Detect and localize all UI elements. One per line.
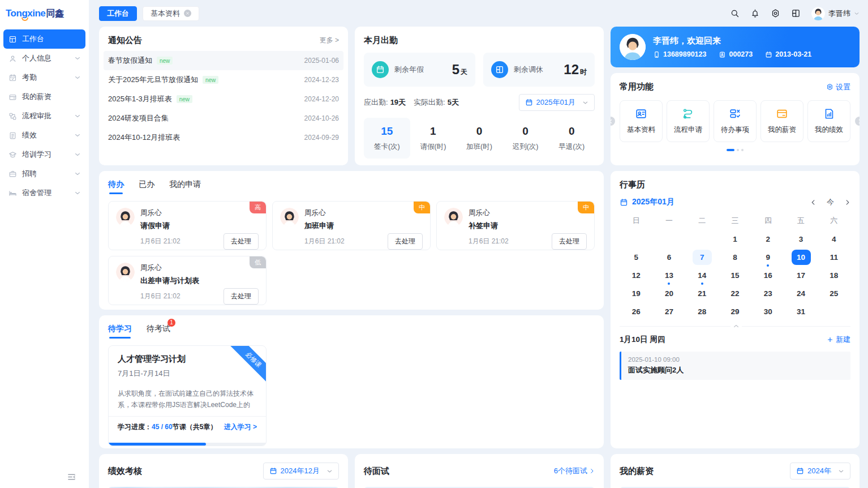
calendar-day[interactable]: 30 <box>751 302 784 320</box>
handle-todo-button[interactable]: 去处理 <box>388 233 423 250</box>
handle-todo-button[interactable]: 去处理 <box>552 233 587 250</box>
sidebar-item-doc[interactable]: 绩效 <box>3 126 85 145</box>
performance-month-picker[interactable]: 2024年12月 <box>263 463 339 480</box>
todo-tab-我的申请[interactable]: 我的申请 <box>169 179 201 194</box>
settings-gear-icon[interactable] <box>771 8 780 18</box>
sidebar-item-flow[interactable]: 流程审批 <box>3 106 85 126</box>
calendar-day[interactable]: 10 <box>784 248 817 266</box>
calendar-next-button[interactable] <box>844 199 850 206</box>
calendar-day[interactable]: 11 <box>818 248 850 266</box>
calendar-month-picker[interactable]: 2025年01月 <box>620 197 674 207</box>
attendance-month-picker[interactable]: 2025年01月 <box>519 94 595 111</box>
notice-row[interactable]: 春节放假通知new2025-01-06 <box>104 51 343 70</box>
course-title: 人才管理学习计划 <box>118 354 257 365</box>
calendar-day[interactable]: 17 <box>784 266 817 284</box>
calendar-day[interactable]: 22 <box>719 284 751 302</box>
report-icon <box>823 108 835 120</box>
quick-action-report[interactable]: 我的绩效 <box>807 100 850 142</box>
todo-tab-已办[interactable]: 已办 <box>139 179 154 194</box>
sidebar-item-user[interactable]: 个人信息 <box>3 49 85 68</box>
enter-learning-link[interactable]: 进入学习 > <box>224 422 257 432</box>
calendar-day[interactable]: 3 <box>784 230 817 248</box>
calendar-day[interactable]: 18 <box>818 266 850 284</box>
calendar-day[interactable]: 1 <box>719 230 751 248</box>
event-date-label: 1月10日 周四 <box>620 335 665 345</box>
quick-action-salary-card[interactable]: 我的薪资 <box>760 100 803 142</box>
course-card[interactable]: 必修课 人才管理学习计划 7月1日-7月14日 从求职角度，在面试前建立自己的算… <box>108 345 267 446</box>
calendar-prev-button[interactable] <box>810 199 817 206</box>
quick-action-id-card[interactable]: 基本资料 <box>620 100 663 142</box>
calendar-day[interactable]: 2 <box>751 230 784 248</box>
checklist-icon <box>729 108 741 120</box>
notice-row[interactable]: 2024研发项目合集2024-10-26 <box>104 109 343 128</box>
calendar-day[interactable]: 31 <box>784 302 817 320</box>
quick-action-route[interactable]: 流程申请 <box>667 100 710 142</box>
calendar-day[interactable]: 6 <box>652 248 685 266</box>
calendar-day[interactable]: 28 <box>686 302 719 320</box>
applicant-avatar <box>444 208 463 226</box>
carousel-dot-active[interactable] <box>727 149 734 151</box>
calendar-day[interactable]: 16 <box>751 266 784 284</box>
calendar-day[interactable]: 7 <box>686 248 719 266</box>
carousel-prev-button[interactable] <box>611 117 615 126</box>
sidebar-item-graduation[interactable]: 培训学习 <box>3 145 85 164</box>
calendar-day[interactable]: 27 <box>652 302 685 320</box>
calendar-day[interactable]: 29 <box>719 302 751 320</box>
notices-more-link[interactable]: 更多 > <box>320 36 339 45</box>
calendar-day[interactable]: 15 <box>719 266 751 284</box>
calendar-collapse-icon[interactable] <box>731 323 742 329</box>
handle-todo-button[interactable]: 去处理 <box>224 233 259 250</box>
notice-row[interactable]: 关于2025年元旦节放假通知new2024-12-23 <box>104 70 343 89</box>
chevron-down-icon <box>326 468 333 474</box>
calendar-day[interactable]: 21 <box>686 284 719 302</box>
calendar-day[interactable]: 19 <box>620 284 652 302</box>
carousel-dot[interactable] <box>737 149 739 151</box>
calendar-day[interactable]: 26 <box>620 302 652 320</box>
calendar-day[interactable]: 23 <box>751 284 784 302</box>
calendar-event[interactable]: 2025-01-10 09:00面试实施顾问2人 <box>620 352 850 380</box>
calendar-day[interactable]: 14 <box>686 266 719 284</box>
calendar-day[interactable]: 9 <box>751 248 784 266</box>
handle-todo-button[interactable]: 去处理 <box>224 288 259 305</box>
sidebar-item-wallet[interactable]: 我的薪资 <box>3 87 85 106</box>
brand-logo: Tongxine同鑫 <box>0 0 89 27</box>
calendar-day[interactable]: 5 <box>620 248 652 266</box>
page-tab-工作台[interactable]: 工作台 <box>99 6 137 21</box>
user-menu[interactable]: 李晋纬 <box>811 7 860 20</box>
todo-tab-待办[interactable]: 待办 <box>108 179 124 194</box>
search-icon[interactable] <box>730 8 740 18</box>
sidebar-item-calendar-check[interactable]: 考勤 <box>3 68 85 87</box>
calendar-day[interactable]: 25 <box>818 284 850 302</box>
learning-tab-待学习[interactable]: 待学习 <box>108 324 132 339</box>
sidebar-item-briefcase[interactable]: 招聘 <box>3 164 85 183</box>
notifications-bell-icon[interactable] <box>750 8 760 18</box>
tab-close-icon[interactable] <box>184 10 191 17</box>
dashboard-icon <box>8 35 17 44</box>
calendar-day[interactable]: 24 <box>784 284 817 302</box>
calendar-day[interactable]: 4 <box>818 230 850 248</box>
new-event-button[interactable]: 新建 <box>827 335 850 345</box>
calendar-day[interactable]: 8 <box>719 248 751 266</box>
notice-row[interactable]: 2024年10-12月排班表2024-09-29 <box>104 128 343 147</box>
apps-grid-icon[interactable] <box>791 8 801 18</box>
attendance-stat: 15签卡(次) <box>364 118 410 159</box>
quick-actions-settings-button[interactable]: 设置 <box>826 82 850 92</box>
quick-action-checklist[interactable]: 待办事项 <box>714 100 757 142</box>
salary-year-picker[interactable]: 2024年 <box>790 463 850 480</box>
sidebar-item-dashboard[interactable]: 工作台 <box>3 29 85 49</box>
calendar-day[interactable]: 13 <box>652 266 685 284</box>
notice-row[interactable]: 2025年1-3月排班表new2024-12-20 <box>104 89 343 109</box>
swap-icon <box>491 61 508 78</box>
calendar-day[interactable]: 20 <box>652 284 685 302</box>
interview-count-link[interactable]: 6个待面试 <box>554 466 595 476</box>
hire-date: 2013-03-21 <box>775 50 811 58</box>
course-date-range: 7月1日-7月14日 <box>118 369 257 379</box>
carousel-next-button[interactable] <box>855 117 860 126</box>
page-tab-基本资料[interactable]: 基本资料 <box>143 6 199 21</box>
calendar-day[interactable]: 12 <box>620 266 652 284</box>
sidebar-item-bed[interactable]: 宿舍管理 <box>3 183 85 203</box>
calendar-today-button[interactable]: 今 <box>827 197 834 207</box>
collapse-sidebar-icon[interactable] <box>67 472 76 482</box>
learning-tab-待考试[interactable]: 待考试1 <box>147 324 170 339</box>
carousel-dot[interactable] <box>741 149 744 151</box>
